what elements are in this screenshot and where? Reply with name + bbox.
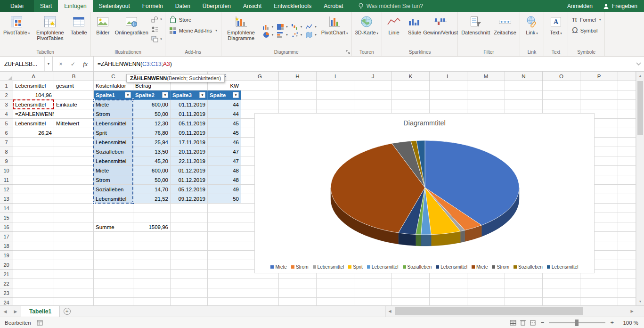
my-addins-button[interactable]: Meine Add-Ins▾ — [167, 25, 220, 35]
cell-C6[interactable]: Sprit — [94, 128, 133, 138]
cell-J2[interactable] — [354, 90, 392, 100]
row-header-3[interactable]: 3 — [0, 100, 13, 109]
cell-C5[interactable]: Lebensmittel — [94, 119, 133, 128]
map-chart-button[interactable]: ▾ — [304, 31, 318, 39]
cell-overflow-2[interactable] — [618, 90, 636, 100]
cell-C15[interactable] — [94, 213, 133, 222]
cell-overflow-12[interactable] — [618, 185, 636, 194]
name-box-dropdown-icon[interactable]: ▾ — [44, 57, 52, 71]
cell-A12[interactable] — [13, 185, 54, 194]
cell-N24[interactable] — [505, 298, 543, 305]
column-header-K[interactable]: K — [392, 72, 430, 81]
add-sheet-button[interactable]: + — [60, 306, 74, 317]
row-header-17[interactable]: 17 — [0, 232, 13, 241]
cell-F1[interactable]: KW — [208, 81, 241, 90]
cell-A11[interactable] — [13, 175, 54, 185]
cell-B10[interactable] — [54, 166, 94, 175]
cell-N3[interactable] — [505, 100, 543, 109]
cell-C3[interactable]: Miete — [94, 100, 133, 109]
column-header-B[interactable]: B — [54, 72, 94, 81]
cell-B3[interactable]: Einkäufe — [54, 100, 94, 109]
zoom-level[interactable]: 100 % — [619, 320, 638, 326]
cell-E14[interactable] — [171, 204, 208, 213]
sheet-nav-right-icon[interactable]: ▶ — [10, 306, 21, 317]
cell-A24[interactable] — [13, 298, 54, 305]
cell-A6[interactable]: 26,24 — [13, 128, 54, 138]
cell-G2[interactable] — [241, 90, 279, 100]
cell-E13[interactable]: 09.12.2019 — [171, 194, 208, 204]
cell-overflow-8[interactable] — [618, 147, 636, 156]
cell-B20[interactable] — [54, 260, 94, 270]
cell-L2[interactable] — [430, 90, 467, 100]
cell-D1[interactable]: Betrag — [133, 81, 171, 90]
page-layout-view-icon[interactable] — [520, 320, 526, 326]
pictures-button[interactable]: Bilder — [92, 13, 113, 49]
cell-O2[interactable] — [543, 90, 580, 100]
cell-A20[interactable] — [13, 260, 54, 270]
cell-A22[interactable] — [13, 279, 54, 288]
row-header-21[interactable]: 21 — [0, 270, 13, 279]
column-header-I[interactable]: I — [317, 72, 354, 81]
legend-item[interactable]: Sozialleben — [403, 264, 432, 270]
cell-F14[interactable] — [208, 204, 241, 213]
cell-A17[interactable] — [13, 232, 54, 241]
cell-C11[interactable]: Strom — [94, 175, 133, 185]
filter-button[interactable]: ▾ — [199, 92, 205, 98]
cell-B11[interactable] — [54, 175, 94, 185]
cell-B1[interactable]: gesamt — [54, 81, 94, 90]
recommended-charts-button[interactable]: Empfohlene Diagramme — [223, 13, 260, 49]
row-header-16[interactable]: 16 — [0, 222, 13, 232]
cell-E18[interactable] — [171, 241, 208, 251]
cell-B2[interactable] — [54, 90, 94, 100]
cell-overflow-6[interactable] — [618, 128, 636, 138]
table-button[interactable]: Tabelle — [68, 13, 89, 49]
cell-E2[interactable]: Spalte3▾ — [171, 90, 208, 100]
cell-D10[interactable]: 600,00 — [133, 166, 171, 175]
row-header-19[interactable]: 19 — [0, 251, 13, 260]
row-header-24[interactable]: 24 — [0, 298, 13, 305]
cell-P24[interactable] — [580, 298, 618, 305]
cell-B21[interactable] — [54, 270, 94, 279]
column-header-L[interactable]: L — [430, 72, 467, 81]
cell-C12[interactable]: Sozialleben — [94, 185, 133, 194]
row-header-5[interactable]: 5 — [0, 119, 13, 128]
slicer-button[interactable]: Datenschnitt — [459, 13, 492, 49]
cell-A9[interactable] — [13, 156, 54, 166]
cell-H22[interactable] — [279, 279, 317, 288]
cell-F23[interactable] — [208, 288, 241, 298]
row-header-2[interactable]: 2 — [0, 90, 13, 100]
cell-F6[interactable]: 45 — [208, 128, 241, 138]
recommended-pivottables-button[interactable]: Empfohlene PivotTables — [32, 13, 68, 49]
cell-D23[interactable] — [133, 288, 171, 298]
cell-overflow-18[interactable] — [618, 241, 636, 251]
row-header-14[interactable]: 14 — [0, 204, 13, 213]
column-header-M[interactable]: M — [467, 72, 505, 81]
filter-button[interactable]: ▾ — [233, 92, 239, 98]
line-chart-button[interactable]: ▾ — [304, 23, 318, 31]
sheet-nav-left-icon[interactable]: ◀ — [0, 306, 10, 317]
cell-O3[interactable] — [543, 100, 580, 109]
cell-F19[interactable] — [208, 251, 241, 260]
column-chart-button[interactable]: ▾ — [261, 23, 275, 31]
cell-E23[interactable] — [171, 288, 208, 298]
cell-D18[interactable] — [133, 241, 171, 251]
tab-formeln[interactable]: Formeln — [136, 0, 169, 12]
equation-button[interactable]: π Formel▾ — [570, 15, 603, 25]
cell-D20[interactable] — [133, 260, 171, 270]
cell-L23[interactable] — [430, 288, 467, 298]
enter-button[interactable]: ✓ — [67, 61, 79, 67]
cell-E16[interactable] — [171, 222, 208, 232]
cell-F20[interactable] — [208, 260, 241, 270]
cell-overflow-10[interactable] — [618, 166, 636, 175]
vertical-scroll-thumb[interactable] — [637, 81, 643, 135]
hscroll-left-icon[interactable]: ◀ — [386, 306, 394, 317]
cell-A2[interactable]: 104,96 — [13, 90, 54, 100]
cell-C4[interactable]: Strom — [94, 109, 133, 119]
cell-J3[interactable] — [354, 100, 392, 109]
row-header-18[interactable]: 18 — [0, 241, 13, 251]
cell-I22[interactable] — [317, 279, 354, 288]
cell-F15[interactable] — [208, 213, 241, 222]
cell-D21[interactable] — [133, 270, 171, 279]
cell-P22[interactable] — [580, 279, 618, 288]
cell-overflow-20[interactable] — [618, 260, 636, 270]
